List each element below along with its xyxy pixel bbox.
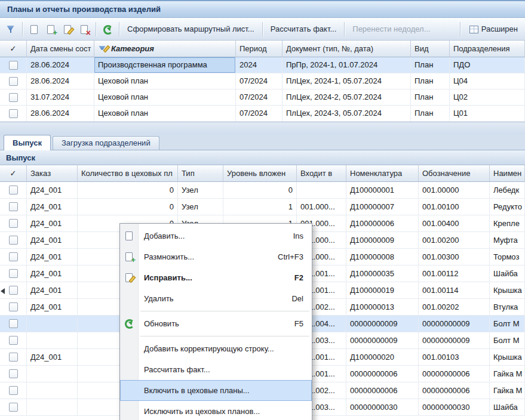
header-department[interactable]: Подразделения bbox=[450, 41, 525, 57]
plans-table-row[interactable]: 28.06.2024 Цеховой план 07/2024 ПлЦех, 2… bbox=[0, 73, 525, 89]
header-period[interactable]: Период bbox=[236, 41, 283, 57]
cell-category[interactable]: Цеховой план bbox=[94, 106, 236, 122]
header-category[interactable]: Категория bbox=[94, 41, 236, 57]
row-checkbox[interactable] bbox=[9, 369, 18, 378]
cell-department[interactable]: Ц01 bbox=[450, 106, 525, 122]
cell-order[interactable]: Д24_001 bbox=[27, 299, 78, 316]
cell-designation[interactable]: 001.00400 bbox=[419, 215, 490, 232]
cell-designation[interactable]: 00000000006 bbox=[419, 366, 490, 382]
cell-order[interactable]: Д24_001 bbox=[27, 215, 78, 232]
cell-name[interactable]: Шайба bbox=[490, 265, 525, 282]
cell-name[interactable]: Втулка bbox=[490, 299, 525, 316]
cell-qty[interactable]: 0 bbox=[78, 182, 178, 199]
cell-name[interactable]: Шайба bbox=[490, 399, 525, 416]
cell-category[interactable]: Производственная программа bbox=[94, 57, 236, 73]
cell-order[interactable] bbox=[27, 382, 78, 399]
context-menu-item[interactable]: Размножить... Ctrl+F3 bbox=[120, 246, 312, 267]
plans-table-row[interactable]: 31.07.2024 Цеховой план 07/2024 ПлЦех, 2… bbox=[0, 89, 525, 106]
cell-order[interactable]: Д24_001 bbox=[27, 249, 78, 265]
cell-kind[interactable]: План bbox=[411, 106, 450, 122]
context-menu-item[interactable]: Включить в цеховые планы... bbox=[120, 380, 312, 401]
cell-nomenclature[interactable]: Д100000006 bbox=[346, 215, 419, 232]
refresh-button[interactable] bbox=[99, 21, 116, 37]
cell-kind[interactable]: План bbox=[411, 57, 450, 73]
cell-date[interactable]: 28.06.2024 bbox=[27, 106, 94, 122]
cell-nomenclature[interactable]: 00000000009 bbox=[346, 316, 419, 332]
cell-department[interactable]: Ц02 bbox=[450, 89, 525, 106]
cell-period[interactable]: 07/2024 bbox=[236, 89, 283, 106]
context-menu-item[interactable] bbox=[120, 309, 312, 313]
cell-nomenclature[interactable]: 00000000006 bbox=[346, 366, 419, 382]
context-menu-item[interactable]: Обновить F5 bbox=[120, 313, 312, 334]
header-parent[interactable]: Входит в bbox=[297, 165, 346, 182]
row-checkbox[interactable] bbox=[9, 219, 18, 228]
cell-parent[interactable]: 001.000... bbox=[297, 199, 346, 215]
cell-date[interactable]: 28.06.2024 bbox=[27, 73, 94, 89]
cell-designation[interactable]: 00000000030 bbox=[419, 399, 490, 416]
header-date[interactable]: Дата смены сост bbox=[27, 41, 94, 57]
header-name[interactable]: Наимен bbox=[490, 165, 525, 182]
context-menu-item[interactable]: Исключить из цеховых планов... bbox=[120, 401, 312, 420]
cell-designation[interactable]: 001.00000 bbox=[419, 182, 490, 199]
header-level[interactable]: Уровень вложен bbox=[223, 165, 297, 182]
cell-order[interactable] bbox=[27, 399, 78, 416]
context-menu-item[interactable] bbox=[120, 334, 312, 338]
cell-level[interactable]: 1 bbox=[223, 199, 297, 215]
cell-name[interactable]: Крышка bbox=[490, 349, 525, 366]
calc-fact-button[interactable]: Рассчитать факт... bbox=[266, 21, 342, 37]
cell-nomenclature[interactable]: Д100000009 bbox=[346, 232, 419, 249]
row-checkbox[interactable] bbox=[9, 269, 18, 278]
header-check[interactable]: ✓ bbox=[0, 41, 27, 57]
cell-period[interactable]: 07/2024 bbox=[236, 73, 283, 89]
row-checkbox[interactable] bbox=[9, 93, 18, 102]
header-nomenclature[interactable]: Номенклатура bbox=[346, 165, 419, 182]
cell-designation[interactable]: 001.00103 bbox=[419, 349, 490, 366]
cell-order[interactable] bbox=[27, 316, 78, 332]
cell-order[interactable] bbox=[27, 332, 78, 349]
cell-name[interactable]: Гайка М bbox=[490, 366, 525, 382]
cell-document[interactable]: ПлЦех, 2024-2, 05.07.2024 bbox=[283, 89, 411, 106]
context-menu-item[interactable]: Удалить Del bbox=[120, 288, 312, 309]
header-type[interactable]: Тип bbox=[178, 165, 223, 182]
cell-name[interactable]: Тормоз bbox=[490, 249, 525, 265]
cell-designation[interactable]: 001.00200 bbox=[419, 232, 490, 249]
cell-type[interactable]: Узел bbox=[178, 182, 223, 199]
plans-table-row[interactable]: 28.06.2024 Производственная программа 20… bbox=[0, 57, 525, 73]
cell-name[interactable]: Крышка bbox=[490, 282, 525, 299]
cell-category[interactable]: Цеховой план bbox=[94, 73, 236, 89]
cell-nomenclature[interactable]: Д100000035 bbox=[346, 265, 419, 282]
context-menu-item[interactable]: Исправить... F2 bbox=[120, 267, 312, 288]
cell-document[interactable]: ПлЦех, 2024-1, 05.07.2024 bbox=[283, 73, 411, 89]
row-checkbox[interactable] bbox=[9, 302, 18, 311]
cell-name[interactable]: Гайка М bbox=[490, 382, 525, 399]
cell-document[interactable]: ПлЦех, 2024-3, 05.07.2024 bbox=[283, 106, 411, 122]
cell-date[interactable]: 31.07.2024 bbox=[27, 89, 94, 106]
cell-order[interactable]: Д24_001 bbox=[27, 182, 78, 199]
cell-nomenclature[interactable]: Д100000007 bbox=[346, 199, 419, 215]
edit-button[interactable] bbox=[59, 21, 76, 37]
row-checkbox[interactable] bbox=[9, 202, 18, 211]
row-checkbox[interactable] bbox=[9, 386, 18, 395]
cell-document[interactable]: ПрПр, 2024-1, 01.07.2024 bbox=[283, 57, 411, 73]
cell-qty[interactable]: 0 bbox=[78, 199, 178, 215]
cell-nomenclature[interactable]: Д100000008 bbox=[346, 249, 419, 265]
row-checkbox[interactable] bbox=[9, 403, 18, 412]
cell-name[interactable]: Редукто bbox=[490, 199, 525, 215]
cell-nomenclature[interactable]: 00000000009 bbox=[346, 332, 419, 349]
row-checkbox[interactable] bbox=[9, 61, 18, 70]
cell-kind[interactable]: План bbox=[411, 73, 450, 89]
cell-nomenclature[interactable]: Д100000001 bbox=[346, 182, 419, 199]
cell-designation[interactable]: 001.00300 bbox=[419, 249, 490, 265]
cell-nomenclature[interactable]: Д100000020 bbox=[346, 349, 419, 366]
row-checkbox[interactable] bbox=[9, 236, 18, 245]
delete-button[interactable] bbox=[76, 21, 93, 37]
tab-department-load[interactable]: Загрузка подразделений bbox=[53, 136, 159, 150]
filter-button[interactable] bbox=[2, 21, 19, 37]
context-menu-item[interactable]: Добавить... Ins bbox=[120, 226, 312, 246]
cell-order[interactable]: Д24_001 bbox=[27, 265, 78, 282]
cell-designation[interactable]: 00000000006 bbox=[419, 382, 490, 399]
cell-category[interactable]: Цеховой план bbox=[94, 89, 236, 106]
cell-parent[interactable] bbox=[297, 182, 346, 199]
cell-nomenclature[interactable]: 00000000030 bbox=[346, 399, 419, 416]
cell-date[interactable]: 28.06.2024 bbox=[27, 57, 94, 73]
